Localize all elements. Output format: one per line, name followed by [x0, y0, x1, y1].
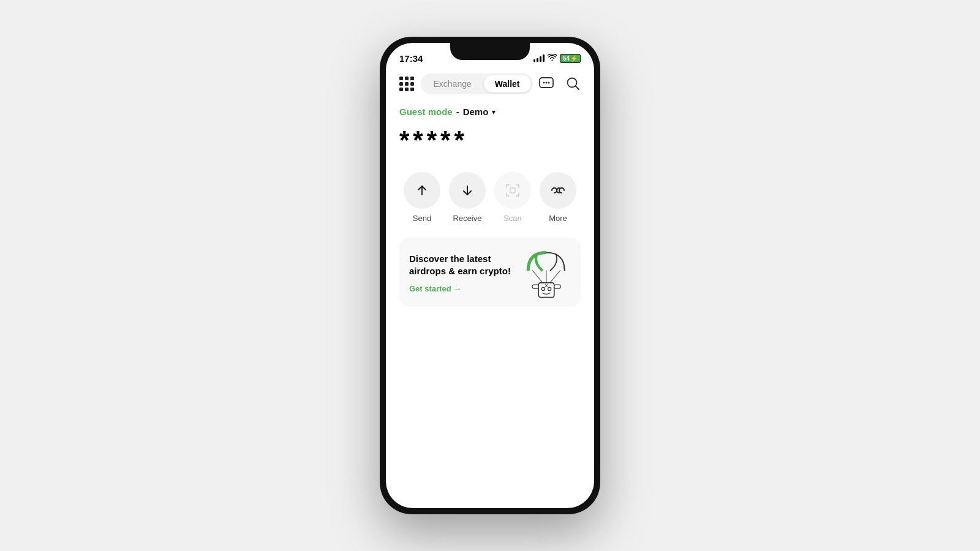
send-action[interactable]: Send [404, 172, 440, 223]
svg-line-9 [532, 270, 543, 282]
messages-button[interactable] [537, 74, 556, 94]
svg-point-2 [546, 82, 548, 84]
search-icon [567, 77, 580, 91]
demo-separator: - [456, 107, 459, 117]
scan-button [494, 172, 531, 209]
tab-switcher: Exchange Wallet [421, 73, 533, 94]
send-icon [415, 184, 429, 197]
receive-button[interactable] [449, 172, 486, 209]
signal-bars-icon [533, 54, 545, 62]
receive-action[interactable]: Receive [449, 172, 486, 223]
scan-icon [505, 182, 521, 198]
parachute-illustration: ✕ [522, 247, 571, 299]
action-row: Send Receive [399, 172, 581, 223]
scan-action: Scan [494, 172, 531, 223]
grid-icon [399, 77, 414, 91]
menu-grid-button[interactable] [397, 74, 417, 94]
guest-mode-label: Guest mode [399, 107, 453, 117]
airdrop-banner[interactable]: Discover the latest airdrops & earn cryp… [399, 238, 581, 307]
banner-title: Discover the latest airdrops & earn cryp… [409, 253, 522, 277]
scan-label: Scan [503, 214, 522, 223]
demo-account-label: Demo [463, 107, 489, 117]
more-button[interactable] [540, 172, 576, 209]
more-icon [549, 185, 567, 196]
tab-exchange[interactable]: Exchange [423, 75, 483, 92]
more-action[interactable]: More [540, 172, 576, 223]
svg-rect-17 [554, 285, 560, 288]
svg-rect-16 [532, 285, 538, 288]
guest-mode-row: Guest mode - Demo ▾ [399, 107, 581, 117]
banner-text-area: Discover the latest airdrops & earn cryp… [409, 253, 522, 294]
tab-wallet[interactable]: Wallet [484, 75, 531, 92]
balance-display: ***** [399, 126, 581, 155]
receive-label: Receive [453, 214, 482, 223]
more-label: More [549, 214, 567, 223]
receive-icon [461, 184, 474, 197]
nav-bar: Exchange Wallet [386, 70, 594, 100]
svg-text:✕: ✕ [545, 283, 548, 288]
search-button[interactable] [564, 74, 583, 94]
phone-frame: 17:34 54 ⚡ [380, 37, 600, 514]
svg-rect-8 [510, 188, 515, 193]
status-icons: 54 ⚡ [533, 54, 581, 63]
send-button[interactable] [404, 172, 440, 209]
svg-point-3 [548, 82, 550, 84]
svg-line-5 [576, 86, 579, 90]
svg-line-11 [550, 270, 560, 282]
svg-point-1 [543, 82, 545, 84]
phone-screen: 17:34 54 ⚡ [386, 43, 594, 508]
battery-indicator: 54 ⚡ [560, 54, 581, 63]
message-icon [539, 77, 554, 91]
main-content: Guest mode - Demo ▾ ***** Send [386, 100, 594, 508]
status-time: 17:34 [399, 53, 423, 64]
wifi-icon [548, 54, 557, 63]
send-label: Send [413, 214, 431, 223]
notch [450, 43, 530, 60]
banner-cta[interactable]: Get started → [409, 284, 461, 293]
chevron-down-icon[interactable]: ▾ [492, 108, 496, 116]
nav-right-icons [537, 74, 583, 94]
